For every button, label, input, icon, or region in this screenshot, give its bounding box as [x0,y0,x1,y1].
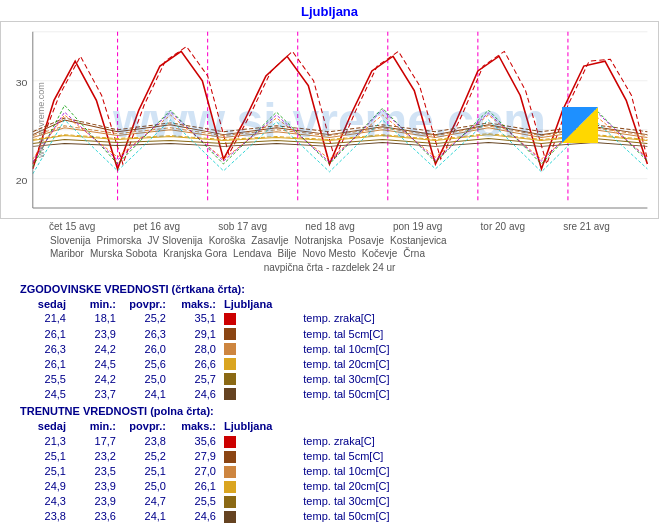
legend-item-3: Koroška [209,235,246,246]
x-label-6: sre 21 avg [563,221,610,232]
legend-item-11: Lendava [233,248,271,259]
logo-box [562,107,598,143]
curr-row-5: 23,8 23,6 24,1 24,6 temp. tal 50cm[C] [20,509,639,524]
chart-title: Ljubljana [0,0,659,21]
x-label-2: sob 17 avg [218,221,267,232]
legend-item-14: Kočevje [362,248,398,259]
legend-item-2: JV Slovenija [148,235,203,246]
hist-sedaj-0: 21,4 [20,311,70,326]
hist-color-0 [220,311,299,326]
x-label-4: pon 19 avg [393,221,443,232]
x-label-0: čet 15 avg [49,221,95,232]
main-container: Ljubljana www.si-vreme.com www.si-vreme.… [0,0,659,528]
hist-row-1: 26,1 23,9 26,3 29,1 temp. tal 5cm[C] [20,326,639,341]
x-label-3: ned 18 avg [305,221,355,232]
hist-min-0: 18,1 [70,311,120,326]
curr-row-4: 24,3 23,9 24,7 25,5 temp. tal 30cm[C] [20,494,639,509]
hist-row-4: 25,5 24,2 25,0 25,7 temp. tal 30cm[C] [20,371,639,386]
legend-item-5: Notranjska [295,235,343,246]
historical-table: sedaj min.: povpr.: maks.: Ljubljana 21,… [20,297,639,402]
legend-item-12: Bilje [277,248,296,259]
legend-item-1: Primorska [97,235,142,246]
hdr-maks: maks.: [170,297,220,311]
si-vreme-watermark-left: www.si-vreme.com [36,82,46,158]
legend-row2: Maribor Murska Sobota Kranjska Gora Lend… [0,247,659,260]
hdr-city: Ljubljana [220,297,639,311]
hist-maks-0: 35,1 [170,311,220,326]
legend-item-13: Novo Mesto [302,248,355,259]
legend-item-8: Maribor [50,248,84,259]
data-section: ZGODOVINSKE VREDNOSTI (črtkana črta): se… [0,275,659,528]
hist-row-0: 21,4 18,1 25,2 35,1 temp. zraka[C] [20,311,639,326]
chart-area: www.si-vreme.com www.si-vreme.com 30 20 [0,21,659,219]
legend-item-7: Kostanjevica [390,235,447,246]
current-title: TRENUTNE VREDNOSTI (polna črta): [20,405,639,417]
hist-povpr-0: 25,2 [120,311,170,326]
hist-row-3: 26,1 24,5 25,6 26,6 temp. tal 20cm[C] [20,356,639,371]
svg-text:20: 20 [16,175,28,186]
hdr-sedaj: sedaj [20,297,70,311]
legend-item-10: Kranjska Gora [163,248,227,259]
x-label-1: pet 16 avg [133,221,180,232]
historical-header-row: sedaj min.: povpr.: maks.: Ljubljana [20,297,639,311]
hist-label-0: temp. zraka[C] [299,311,639,326]
hdr-min: min.: [70,297,120,311]
current-header-row: sedaj min.: povpr.: maks.: Ljubljana [20,419,639,433]
hist-row-5: 24,5 23,7 24,1 24,6 temp. tal 50cm[C] [20,386,639,401]
hist-row-2: 26,3 24,2 26,0 28,0 temp. tal 10cm[C] [20,341,639,356]
legend-row1: Slovenija Primorska JV Slovenija Koroška… [0,234,659,247]
navpicna-label: navpična črta - razdelek 24 ur [0,260,659,275]
legend-item-4: Zasavlje [251,235,288,246]
current-table: sedaj min.: povpr.: maks.: Ljubljana 21,… [20,419,639,524]
legend-item-9: Murska Sobota [90,248,157,259]
hdr-povpr: povpr.: [120,297,170,311]
legend-item-6: Posavje [348,235,384,246]
svg-text:30: 30 [16,77,28,88]
legend-item-0: Slovenija [50,235,91,246]
legend-item-15: Črna [403,248,425,259]
x-axis-labels: čet 15 avg pet 16 avg sob 17 avg ned 18 … [0,219,659,234]
historical-title: ZGODOVINSKE VREDNOSTI (črtkana črta): [20,283,639,295]
x-label-5: tor 20 avg [481,221,525,232]
curr-row-3: 24,9 23,9 25,0 26,1 temp. tal 20cm[C] [20,479,639,494]
curr-row-0: 21,3 17,7 23,8 35,6 temp. zraka[C] [20,433,639,448]
curr-row-1: 25,1 23,2 25,2 27,9 temp. tal 5cm[C] [20,449,639,464]
curr-row-2: 25,1 23,5 25,1 27,0 temp. tal 10cm[C] [20,464,639,479]
chart-svg: 30 20 [1,22,658,218]
